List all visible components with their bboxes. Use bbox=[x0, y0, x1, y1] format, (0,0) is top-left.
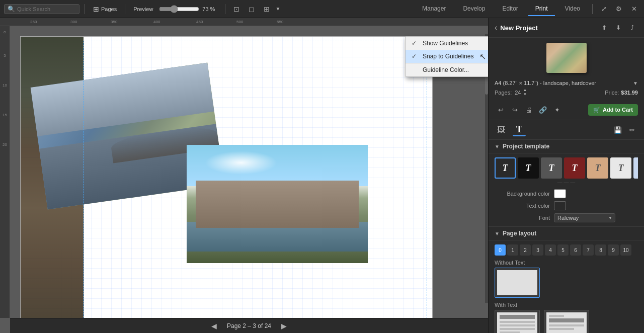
guideline-color-item[interactable]: Guideline Color... bbox=[406, 63, 488, 76]
template-item-0[interactable]: T bbox=[495, 157, 516, 179]
template-item-1[interactable]: T bbox=[518, 157, 539, 179]
back-icon[interactable]: ‹ bbox=[495, 23, 497, 32]
close-btn[interactable]: ✕ bbox=[628, 3, 640, 15]
snap-to-guidelines-item[interactable]: ✓ Snap to Guidelines ↖ bbox=[406, 50, 488, 63]
settings-btn[interactable]: ⚙ bbox=[613, 3, 625, 15]
page-layout-label: Page layout bbox=[503, 230, 536, 237]
ruler-mark-400: 400 bbox=[153, 20, 160, 24]
guidelines-dropdown-btn[interactable]: ▼ bbox=[274, 3, 282, 15]
pages-label: Pages: bbox=[495, 90, 512, 96]
link-btn[interactable]: 🔗 bbox=[537, 104, 549, 116]
size-dropdown-arrow[interactable]: ▼ bbox=[633, 80, 638, 86]
font-select[interactable]: Raleway Arial Georgia Times New Roman bbox=[554, 213, 615, 222]
fit-view-btn[interactable]: ⊡ bbox=[230, 3, 243, 15]
search-box[interactable]: 🔍 bbox=[4, 4, 79, 14]
preview-btn[interactable]: Preview bbox=[130, 5, 156, 14]
svg-rect-8 bbox=[549, 315, 564, 317]
show-guidelines-check: ✓ bbox=[412, 40, 419, 47]
project-template-header[interactable]: ▼ Project template bbox=[489, 140, 644, 153]
template-item-5[interactable]: T bbox=[610, 157, 631, 179]
ruler-v-5: 5 bbox=[4, 53, 6, 58]
layout-num-2[interactable]: 2 bbox=[520, 244, 531, 256]
show-guidelines-item[interactable]: ✓ Show Guidelines bbox=[406, 37, 488, 50]
canvas-page bbox=[20, 36, 433, 318]
text-tab-icon[interactable]: T bbox=[513, 123, 526, 136]
guideline-color-label: Guideline Color... bbox=[423, 66, 469, 73]
with-text-label: With Text bbox=[495, 302, 638, 308]
canvas-container: 250 300 350 400 450 500 550 0 5 10 15 20 bbox=[0, 18, 488, 333]
layout-num-9[interactable]: 9 bbox=[608, 244, 619, 256]
cursor-pointer: ↖ bbox=[479, 52, 486, 61]
layout-num-10[interactable]: 10 bbox=[620, 244, 631, 256]
layout-num-7[interactable]: 7 bbox=[583, 244, 594, 256]
export-icon-btn[interactable]: ⬇ bbox=[613, 22, 624, 33]
search-input[interactable] bbox=[17, 6, 72, 12]
ruler-vertical: 0 5 10 15 20 bbox=[0, 26, 10, 318]
preview-label: Preview bbox=[133, 6, 153, 12]
without-text-layouts bbox=[495, 268, 638, 298]
template-item-2[interactable]: T bbox=[541, 157, 562, 179]
layout-num-1[interactable]: 1 bbox=[507, 244, 518, 256]
panel-save-btn[interactable]: 💾 bbox=[612, 124, 624, 136]
magic-btn[interactable]: ✦ bbox=[551, 104, 563, 116]
svg-rect-10 bbox=[549, 324, 584, 326]
tab-manager[interactable]: Manager bbox=[415, 2, 453, 16]
text-color-row: Text color bbox=[495, 201, 638, 210]
pages-increment[interactable]: ▲ bbox=[523, 88, 527, 92]
tab-video[interactable]: Video bbox=[558, 2, 587, 16]
print-btn[interactable]: 🖨 bbox=[523, 104, 535, 116]
panel-title: New Project bbox=[500, 24, 537, 32]
zoom-slider[interactable] bbox=[159, 5, 199, 13]
prev-page-btn[interactable]: ◀ bbox=[211, 322, 217, 330]
bg-color-swatch[interactable] bbox=[554, 189, 566, 198]
project-thumbnail bbox=[546, 43, 587, 73]
layout-text-1[interactable] bbox=[495, 310, 540, 333]
pages-decrement[interactable]: ▼ bbox=[523, 93, 527, 97]
svg-rect-9 bbox=[549, 318, 584, 322]
layout-num-3[interactable]: 3 bbox=[532, 244, 543, 256]
text-color-swatch[interactable] bbox=[554, 201, 566, 210]
zoom-control bbox=[159, 5, 199, 13]
actual-size-btn[interactable]: ◻ bbox=[246, 3, 258, 15]
tab-editor[interactable]: Editor bbox=[495, 2, 525, 16]
project-size-text: A4 (8.27" × 11.7") - landscape, hardcove… bbox=[495, 80, 596, 86]
tab-develop[interactable]: Develop bbox=[456, 2, 492, 16]
layout-chevron: ▼ bbox=[495, 231, 500, 236]
project-info: A4 (8.27" × 11.7") - landscape, hardcove… bbox=[489, 78, 644, 101]
top-toolbar: 🔍 ⊞ Pages Preview 73 % ⊡ ◻ bbox=[0, 0, 644, 18]
layout-num-6[interactable]: 6 bbox=[570, 244, 581, 256]
layout-blank[interactable] bbox=[495, 268, 540, 298]
pages-btn[interactable]: ⊞ Pages bbox=[90, 4, 120, 15]
ruler-horizontal: 250 300 350 400 450 500 550 bbox=[0, 18, 488, 26]
svg-rect-3 bbox=[500, 321, 535, 323]
import-icon-btn[interactable]: ⬆ bbox=[599, 22, 610, 33]
layout-text-2[interactable] bbox=[544, 310, 589, 333]
zoom-percentage: 73 % bbox=[202, 6, 220, 12]
undo-btn[interactable]: ↩ bbox=[495, 104, 507, 116]
photo-regensburg[interactable] bbox=[187, 145, 368, 263]
grid-view-btn[interactable]: ⊞ bbox=[261, 3, 273, 15]
tab-print[interactable]: Print bbox=[528, 2, 555, 16]
layout-num-5[interactable]: 5 bbox=[557, 244, 569, 256]
image-tab-icon[interactable]: 🖼 bbox=[495, 123, 508, 136]
layout-num-0[interactable]: 0 bbox=[495, 244, 506, 256]
ruler-v-15: 15 bbox=[3, 113, 7, 117]
page-layout-header[interactable]: ▼ Page layout bbox=[489, 227, 644, 240]
redo-btn[interactable]: ↪ bbox=[509, 104, 521, 116]
font-label: Font bbox=[495, 215, 550, 221]
panel-edit-btn[interactable]: ✏ bbox=[626, 124, 638, 136]
template-item-6[interactable]: T bbox=[633, 157, 638, 179]
add-to-cart-btn[interactable]: 🛒 Add to Cart bbox=[588, 104, 638, 116]
next-page-btn[interactable]: ▶ bbox=[281, 322, 287, 330]
price-value: $31.99 bbox=[621, 90, 638, 96]
bg-color-row: Background color bbox=[495, 189, 638, 198]
share-icon-btn[interactable]: ⤴ bbox=[627, 22, 638, 33]
blank-layout-svg bbox=[497, 270, 537, 295]
layout-num-4[interactable]: 4 bbox=[545, 244, 556, 256]
cart-icon: 🛒 bbox=[593, 107, 600, 113]
with-text-layouts bbox=[495, 310, 638, 333]
template-item-4[interactable]: T bbox=[587, 157, 608, 179]
template-item-3[interactable]: T bbox=[564, 157, 585, 179]
fullscreen-btn[interactable]: ⤢ bbox=[598, 3, 610, 15]
layout-num-8[interactable]: 8 bbox=[595, 244, 606, 256]
